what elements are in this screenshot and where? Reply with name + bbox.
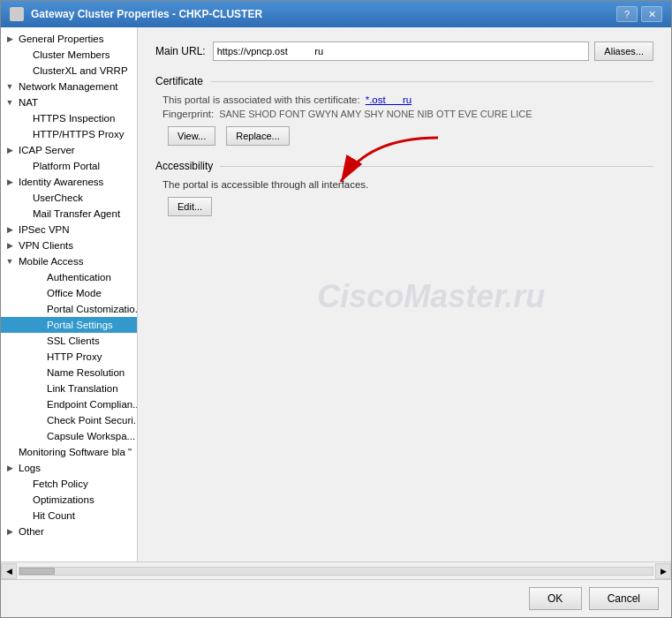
replace-button[interactable]: Replace... [226,126,290,146]
sidebar-item-ipsec-vpn[interactable]: ▶ IPSec VPN [1,222,137,237]
tree-label-icap-server: ICAP Server [17,144,137,156]
aliases-button[interactable]: Aliases... [594,41,653,61]
url-row: Main URL: Aliases... [155,41,653,61]
tree-expander-placeholder-link-translation [31,381,45,396]
close-button[interactable]: ✕ [641,6,662,22]
fingerprint-value: SANE SHOD FONT GWYN AMY SHY NONE NIB OTT… [219,109,532,119]
tree-label-optimizations: Optimizations [31,494,137,506]
tree-label-network-management: Network Management [17,80,137,93]
sidebar-item-authentication[interactable]: Authentication [1,269,137,285]
tree-label-general-properties: General Properties [17,33,137,45]
scroll-track[interactable] [19,567,653,576]
tree-expander-network-management[interactable]: ▼ [3,79,17,94]
title-bar-left: Gateway Cluster Properties - CHKP-CLUSTE… [10,7,262,21]
help-button[interactable]: ? [616,6,638,22]
sidebar-item-network-management[interactable]: ▼ Network Management [1,79,137,94]
sidebar-item-link-translation[interactable]: Link Translation [1,381,137,396]
cancel-button[interactable]: Cancel [589,587,659,610]
sidebar-item-mail-transfer-agent[interactable]: Mail Transfer Agent [1,206,137,222]
accessibility-header: Accessibility [155,160,653,172]
tree-label-office-mode: Office Mode [45,287,137,299]
window-title: Gateway Cluster Properties - CHKP-CLUSTE… [31,8,262,20]
sidebar-item-other[interactable]: ▶ Other [1,524,137,539]
sidebar-item-http-proxy[interactable]: HTTP Proxy [1,349,137,365]
title-bar-controls: ? ✕ [616,6,662,22]
sidebar-item-logs[interactable]: ▶ Logs [1,460,137,476]
sidebar-item-identity-awareness[interactable]: ▶ Identity Awareness [1,174,137,190]
view-button[interactable]: View... [168,126,215,146]
tree-expander-general-properties[interactable]: ▶ [3,32,17,46]
sidebar-item-portal-settings[interactable]: Portal Settings [1,317,137,333]
tree-label-logs: Logs [17,462,137,474]
cert-link[interactable]: *.ost ru [366,94,412,105]
sidebar-item-cluster-members[interactable]: Cluster Members [1,47,137,63]
tree-expander-placeholder-clusterxl-vrrp [17,64,31,78]
sidebar-item-portal-customization[interactable]: Portal Customizatio... [1,301,137,317]
sidebar-item-check-point-security[interactable]: Check Point Securi... [1,412,137,428]
horizontal-scrollbar[interactable]: ◀ ▶ [1,561,671,579]
tree-label-link-translation: Link Translation [45,382,137,395]
sidebar-item-monitoring-software[interactable]: Monitoring Software bla " [1,444,137,460]
ok-button[interactable]: OK [529,587,582,610]
sidebar-item-usercheck[interactable]: UserCheck [1,190,137,206]
sidebar-item-hit-count[interactable]: Hit Count [1,508,137,524]
sidebar-item-fetch-policy[interactable]: Fetch Policy [1,476,137,492]
sidebar-item-platform-portal[interactable]: Platform Portal [1,158,137,174]
tree-expander-mobile-access[interactable]: ▼ [3,254,17,268]
tree-label-http-https-proxy: HTTP/HTTPS Proxy [31,128,137,140]
tree-expander-placeholder-platform-portal [17,159,31,173]
tree-expander-placeholder-capsule-workspace [31,429,45,443]
sidebar-item-office-mode[interactable]: Office Mode [1,285,137,301]
sidebar-item-endpoint-compliance[interactable]: Endpoint Complian... [1,396,137,412]
sidebar-item-capsule-workspace[interactable]: Capsule Workspa... [1,428,137,444]
tree-expander-placeholder-http-proxy [31,350,45,364]
tree-expander-ipsec-vpn[interactable]: ▶ [3,222,17,237]
sidebar-item-icap-server[interactable]: ▶ ICAP Server [1,142,137,158]
accessibility-title: Accessibility [155,160,213,172]
tree-label-https-inspection: HTTPS Inspection [31,112,137,124]
tree-label-identity-awareness: Identity Awareness [17,176,137,188]
tree-expander-icap-server[interactable]: ▶ [3,143,17,157]
accessibility-text: The portal is accessible through all int… [155,179,653,190]
tree-expander-logs[interactable]: ▶ [3,461,17,475]
edit-button[interactable]: Edit... [168,197,212,216]
certificate-header: Certificate [155,75,653,87]
certificate-title: Certificate [155,75,203,87]
certificate-section: Certificate This portal is associated wi… [155,75,653,146]
tree-expander-placeholder-office-mode [31,286,45,300]
sidebar-item-vpn-clients[interactable]: ▶ VPN Clients [1,237,137,253]
tree-expander-placeholder-check-point-security [31,413,45,427]
tree-expander-nat[interactable]: ▼ [3,95,17,109]
tree-expander-vpn-clients[interactable]: ▶ [3,238,17,252]
scroll-right-arrow[interactable]: ▶ [655,563,671,579]
cert-fingerprint-row: Fingerprint: SANE SHOD FONT GWYN AMY SHY… [162,109,653,119]
cert-associated-row: This portal is associated with this cert… [162,94,653,105]
tree-expander-placeholder-endpoint-compliance [31,397,45,411]
sidebar-item-http-https-proxy[interactable]: HTTP/HTTPS Proxy [1,126,137,142]
tree-label-fetch-policy: Fetch Policy [31,478,137,490]
tree-label-name-resolution: Name Resolution [45,366,137,379]
scroll-left-arrow[interactable]: ◀ [1,563,17,579]
sidebar-item-mobile-access[interactable]: ▼ Mobile Access [1,253,137,269]
tree-label-mobile-access: Mobile Access [17,255,137,268]
tree-expander-placeholder-optimizations [17,493,31,507]
tree-expander-placeholder-fetch-policy [17,477,31,491]
tree-expander-placeholder-http-https-proxy [17,127,31,141]
sidebar-item-clusterxl-vrrp[interactable]: ClusterXL and VRRP [1,63,137,79]
sidebar-item-nat[interactable]: ▼ NAT [1,94,137,110]
url-input[interactable] [213,41,590,61]
tree-label-vpn-clients: VPN Clients [17,239,137,252]
tree-expander-other[interactable]: ▶ [3,524,17,539]
tree-label-cluster-members: Cluster Members [31,49,137,61]
sidebar-item-https-inspection[interactable]: HTTPS Inspection [1,110,137,126]
tree-expander-placeholder-mail-transfer-agent [17,207,31,221]
scroll-thumb[interactable] [19,568,55,575]
sidebar-item-name-resolution[interactable]: Name Resolution [1,365,137,381]
sidebar-item-general-properties[interactable]: ▶ General Properties [1,31,137,47]
fingerprint-label: Fingerprint: [162,109,214,119]
sidebar-item-optimizations[interactable]: Optimizations [1,492,137,508]
tree-expander-identity-awareness[interactable]: ▶ [3,175,17,189]
tree-label-endpoint-compliance: Endpoint Complian... [45,398,137,411]
tree-label-authentication: Authentication [45,271,137,283]
sidebar-item-ssl-clients[interactable]: SSL Clients [1,333,137,349]
